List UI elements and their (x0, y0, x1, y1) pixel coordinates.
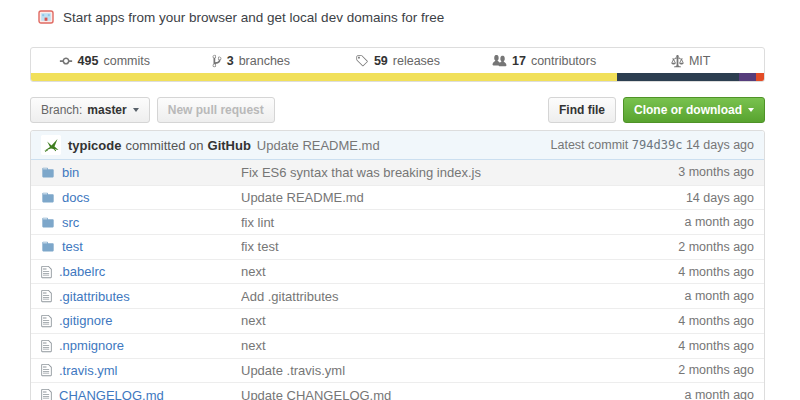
law-icon (671, 54, 684, 68)
commit-message-cell: Update CHANGELOG.md (241, 388, 604, 400)
table-row[interactable]: bin Fix ES6 syntax that was breaking ind… (31, 160, 764, 185)
contributors-icon (492, 54, 507, 68)
contributors-count: 17 (512, 54, 526, 68)
file-name-cell: CHANGELOG.md (41, 388, 241, 400)
contributors-label: contributors (531, 54, 596, 68)
row-commit-message-link[interactable]: Add .gitattributes (241, 289, 339, 304)
row-commit-message-link[interactable]: Fix ES6 syntax that was breaking index.j… (241, 165, 481, 180)
stat-branches[interactable]: 3 branches (178, 54, 325, 68)
language-bar[interactable] (31, 73, 764, 81)
file-name-link[interactable]: .gitignore (59, 313, 112, 328)
latest-commit-info: Latest commit 794d39c 14 days ago (551, 138, 754, 152)
folder-icon (41, 191, 55, 204)
repo-stats: 495 commits 3 branches 59 releases 17 co… (31, 48, 764, 73)
row-commit-message-link[interactable]: Update CHANGELOG.md (241, 388, 391, 400)
file-table: typicode committed on GitHub Update READ… (30, 130, 765, 400)
latest-commit-bar: typicode committed on GitHub Update READ… (31, 131, 764, 160)
row-commit-message-link[interactable]: next (241, 313, 266, 328)
row-commit-message-link[interactable]: next (241, 264, 266, 279)
table-row[interactable]: .travis.yml Update .travis.yml 2 months … (31, 358, 764, 383)
avatar[interactable] (41, 135, 61, 155)
table-row[interactable]: .npmignore next 4 months ago (31, 333, 764, 358)
commit-message-cell: next (241, 264, 604, 279)
file-name-cell: docs (41, 190, 241, 205)
folder-icon (41, 166, 55, 179)
commit-message-cell: next (241, 338, 604, 353)
branches-count: 3 (227, 54, 234, 68)
clone-or-download-button[interactable]: Clone or download (623, 97, 765, 123)
stat-license[interactable]: MIT (617, 54, 764, 68)
commit-message-cell: Add .gitattributes (241, 289, 604, 304)
banner-text[interactable]: Start apps from your browser and get loc… (63, 10, 444, 25)
language-segment-vue (617, 73, 739, 81)
stat-commits[interactable]: 495 commits (31, 54, 178, 68)
releases-count: 59 (374, 54, 388, 68)
file-age: 3 months ago (604, 165, 754, 179)
branch-selector-button[interactable]: Branch: master (30, 97, 150, 123)
file-name-link[interactable]: .gitattributes (59, 289, 130, 304)
file-name-link[interactable]: src (62, 215, 79, 230)
table-row[interactable]: src fix lint a month ago (31, 209, 764, 234)
chevron-down-icon (748, 108, 754, 112)
row-commit-message-link[interactable]: fix test (241, 239, 279, 254)
branch-label: Branch: (41, 103, 82, 117)
find-file-button[interactable]: Find file (548, 97, 616, 123)
file-name-link[interactable]: .npmignore (59, 338, 124, 353)
table-row[interactable]: .gitignore next 4 months ago (31, 308, 764, 333)
file-age: 4 months ago (604, 339, 754, 353)
stat-contributors[interactable]: 17 contributors (471, 54, 618, 68)
file-age: 4 months ago (604, 314, 754, 328)
table-row[interactable]: .babelrc next 4 months ago (31, 259, 764, 284)
commits-label: commits (103, 54, 150, 68)
new-pull-request-button[interactable]: New pull request (157, 97, 275, 123)
file-age: 14 days ago (604, 191, 754, 205)
file-age: a month ago (604, 289, 754, 303)
commit-message-cell: fix lint (241, 215, 604, 230)
folder-icon (41, 216, 55, 229)
file-icon (41, 363, 52, 377)
file-name-link[interactable]: test (62, 239, 83, 254)
file-icon (41, 289, 52, 303)
table-row[interactable]: docs Update README.md 14 days ago (31, 185, 764, 210)
branches-label: branches (239, 54, 290, 68)
file-name-cell: test (41, 239, 241, 254)
table-row[interactable]: test fix test 2 months ago (31, 234, 764, 259)
table-row[interactable]: .gitattributes Add .gitattributes a mont… (31, 283, 764, 308)
file-name-link[interactable]: bin (62, 165, 79, 180)
commit-action-text: committed on (125, 138, 203, 153)
file-name-link[interactable]: .travis.yml (59, 363, 118, 378)
file-age: a month ago (604, 215, 754, 229)
file-name-cell: bin (41, 165, 241, 180)
commit-author-link[interactable]: typicode (68, 138, 121, 153)
repo-summary-box: 495 commits 3 branches 59 releases 17 co… (30, 47, 765, 82)
commit-message-cell: Update README.md (241, 190, 604, 205)
commit-message-cell: next (241, 313, 604, 328)
file-age: 2 months ago (604, 240, 754, 254)
file-name-link[interactable]: CHANGELOG.md (59, 388, 164, 400)
row-commit-message-link[interactable]: Update .travis.yml (241, 363, 345, 378)
file-name-link[interactable]: .babelrc (59, 264, 105, 279)
table-row[interactable]: CHANGELOG.md Update CHANGELOG.md a month… (31, 382, 764, 400)
row-commit-message-link[interactable]: fix lint (241, 215, 274, 230)
file-age: a month ago (604, 388, 754, 400)
hotel-favicon-icon (38, 9, 54, 25)
file-name-cell: .gitignore (41, 313, 241, 328)
branch-name: master (87, 103, 126, 117)
file-icon (41, 388, 52, 400)
language-segment-html (756, 73, 764, 81)
commit-icon (59, 54, 73, 68)
file-age: 4 months ago (604, 265, 754, 279)
folder-icon (41, 240, 55, 253)
commit-sha-link[interactable]: 794d39c (632, 138, 683, 152)
clone-label: Clone or download (634, 103, 742, 117)
file-name-cell: .gitattributes (41, 289, 241, 304)
latest-commit-label: Latest commit (551, 138, 629, 152)
file-name-link[interactable]: docs (62, 190, 89, 205)
stat-releases[interactable]: 59 releases (324, 54, 471, 68)
browser-ad-banner[interactable]: Start apps from your browser and get loc… (38, 9, 444, 25)
file-table-body: bin Fix ES6 syntax that was breaking ind… (31, 160, 764, 400)
row-commit-message-link[interactable]: next (241, 338, 266, 353)
commit-message-link[interactable]: Update README.md (257, 138, 380, 153)
row-commit-message-link[interactable]: Update README.md (241, 190, 364, 205)
tag-icon (355, 54, 369, 68)
